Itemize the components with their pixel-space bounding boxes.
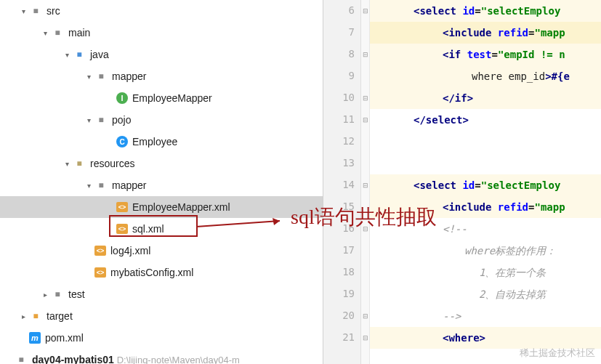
code-line[interactable]: --> (370, 305, 601, 327)
tree-item-src[interactable]: ▾■src (0, 0, 323, 22)
tree-label: pojo (112, 114, 131, 126)
tree-label: log4j.xml (110, 245, 150, 256)
tree-item-test[interactable]: ▸■test (0, 283, 323, 305)
code-line[interactable]: 1、在第一个条 (370, 262, 601, 283)
code-line[interactable]: where emp_id>#{e (370, 65, 601, 87)
line-number: 8 (326, 48, 355, 60)
chevron-down-icon: ▾ (83, 114, 94, 126)
code-line[interactable]: 2、自动去掉第 (370, 283, 601, 305)
tree-label: test (68, 288, 85, 300)
gutter: 6 7 8 9 10 11 12 13 14 15 16 17 18 19 20… (323, 0, 361, 364)
tree-label: main (68, 27, 90, 39)
fold-icon[interactable]: ⊟ (363, 334, 368, 340)
tree-label: mybatisConfig.xml (110, 267, 193, 278)
code-line[interactable]: <select id="selectEmploy (370, 0, 601, 22)
chevron-down-icon: ▾ (39, 27, 51, 39)
line-number: 18 (326, 266, 355, 278)
line-number: 10 (326, 92, 355, 103)
class-icon: C (116, 136, 128, 147)
tree-item-sql-xml[interactable]: <>sql.xml (0, 218, 323, 240)
fold-icon[interactable]: ⊟ (363, 182, 368, 187)
project-tree[interactable]: ▾■src ▾■main ▾■java ▾■mapper IEmployeeMa… (0, 0, 323, 364)
line-number: 19 (326, 288, 355, 299)
chevron-down-icon: ▾ (83, 70, 94, 82)
code-line[interactable]: </if> (370, 87, 601, 109)
tree-label: pom.xml (45, 332, 84, 344)
fold-gutter: ⊟ ⊟ ⊟ ⊟ ⊟ ⊟ ⊟ ⊟ (361, 0, 370, 364)
folder-icon: ■ (29, 4, 42, 17)
tree-item-pom[interactable]: mpom.xml (0, 327, 323, 349)
tree-item-day04[interactable]: ■day04-mybatis01 D:\lijing-note\Maven\da… (0, 349, 323, 364)
folder-icon: ■ (51, 288, 64, 301)
tree-item-target[interactable]: ▸■target (0, 305, 323, 327)
tree-item-mapper-res[interactable]: ▾■mapper (0, 174, 323, 196)
tree-item-mybatis[interactable]: <>mybatisConfig.xml (0, 262, 323, 283)
xml-icon: <> (116, 224, 128, 234)
tree-label: java (90, 49, 109, 60)
tree-path: D:\lijing-note\Maven\day04-m (117, 355, 240, 364)
tree-label: sql.xml (132, 223, 164, 235)
line-number: 14 (326, 179, 355, 190)
line-number: 13 (326, 157, 355, 169)
line-number: 12 (326, 135, 355, 147)
code-area[interactable]: <select id="selectEmploy <include refid=… (370, 0, 601, 364)
line-number: 17 (326, 244, 355, 256)
tree-label: src (47, 5, 60, 17)
tree-item-pojo[interactable]: ▾■pojo (0, 109, 323, 131)
tree-label: resources (90, 158, 134, 169)
chevron-down-icon: ▾ (61, 158, 73, 169)
tree-label: EmployeeMapper (132, 92, 212, 104)
folder-icon: ■ (94, 113, 108, 126)
tree-item-java[interactable]: ▾■java (0, 44, 323, 65)
folder-icon: ■ (73, 157, 86, 170)
folder-icon: ■ (29, 310, 42, 323)
tree-item-employeemapper[interactable]: IEmployeeMapper (0, 87, 323, 109)
tree-item-mapper[interactable]: ▾■mapper (0, 65, 323, 87)
line-number: 6 (326, 4, 355, 16)
fold-icon[interactable]: ⊟ (363, 7, 368, 13)
line-number: 11 (326, 113, 355, 125)
code-line[interactable]: <select id="selectEmploy (370, 174, 601, 196)
code-line[interactable]: <if test="empId != n (370, 44, 601, 65)
chevron-down-icon: ▾ (61, 49, 73, 60)
tree-item-employee[interactable]: CEmployee (0, 131, 323, 153)
annotation-text: sql语句共性抽取 (291, 203, 437, 231)
fold-icon[interactable]: ⊟ (363, 94, 368, 100)
chevron-right-icon: ▸ (39, 288, 51, 300)
tree-label: mapper (112, 179, 146, 191)
folder-icon: ■ (94, 179, 108, 192)
xml-icon: <> (94, 246, 106, 256)
tree-label: mapper (112, 70, 146, 82)
line-number: 21 (326, 331, 355, 343)
folder-icon: ■ (51, 26, 64, 39)
tree-label: day04-mybatis01 (32, 354, 114, 364)
line-number: 9 (326, 70, 355, 81)
line-number: 7 (326, 26, 355, 38)
chevron-right-icon: ▸ (17, 310, 29, 322)
tree-label: Employee (132, 136, 177, 147)
interface-icon: I (116, 92, 128, 104)
code-line[interactable]: </select> (370, 109, 601, 131)
code-editor[interactable]: 6 7 8 9 10 11 12 13 14 15 16 17 18 19 20… (323, 0, 601, 364)
chevron-down-icon: ▾ (17, 5, 29, 17)
fold-icon[interactable]: ⊟ (363, 312, 368, 318)
fold-icon[interactable]: ⊟ (363, 51, 368, 57)
folder-icon: ■ (94, 70, 108, 83)
code-line[interactable]: <where> (370, 327, 601, 349)
code-line[interactable]: <include refid="mapp (370, 22, 601, 44)
code-line[interactable]: where标签的作用： (370, 240, 601, 262)
xml-icon: <> (94, 267, 106, 278)
tree-item-resources[interactable]: ▾■resources (0, 153, 323, 174)
folder-icon: ■ (15, 353, 28, 364)
tree-item-main[interactable]: ▾■main (0, 22, 323, 44)
line-number: 20 (326, 310, 355, 321)
watermark: 稀土掘金技术社区 (520, 347, 595, 360)
xml-icon: <> (116, 202, 128, 212)
tree-item-log4j[interactable]: <>log4j.xml (0, 240, 323, 262)
chevron-down-icon: ▾ (83, 179, 94, 191)
tree-label: EmployeeMapper.xml (132, 201, 230, 213)
tree-label: target (47, 310, 73, 322)
fold-icon[interactable]: ⊟ (363, 116, 368, 122)
folder-icon: ■ (73, 48, 86, 61)
tree-item-employeemapper-xml[interactable]: <>EmployeeMapper.xml (0, 196, 323, 218)
